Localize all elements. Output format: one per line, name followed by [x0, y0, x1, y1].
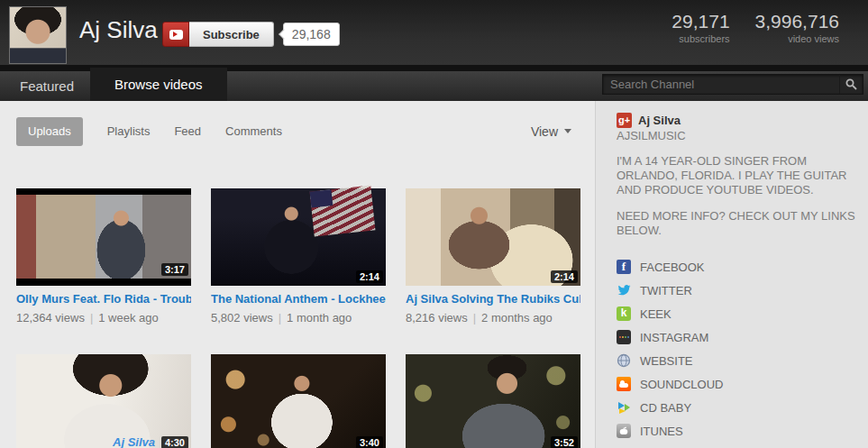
about-paragraph: I'M A 14 YEAR-OLD SINGER FROM ORLANDO, F… [617, 154, 858, 197]
keek-icon: k [617, 306, 631, 321]
tab-featured[interactable]: Featured [0, 71, 94, 101]
search-icon [845, 78, 857, 90]
tab-browse-videos[interactable]: Browse videos [90, 68, 227, 101]
flag-graphic [310, 186, 376, 237]
chevron-down-icon [564, 129, 571, 137]
link-label: INSTAGRAM [640, 331, 708, 344]
link-label: FACEBOOK [640, 261, 705, 274]
link-instagram[interactable]: INSTAGRAM [617, 325, 868, 349]
subscribe-widget: Subscribe 29,168 [162, 22, 340, 47]
meta-divider: | [90, 311, 93, 325]
link-label: CD BABY [640, 401, 691, 415]
link-label: KEEK [640, 307, 672, 321]
video-card: Aj Silva 4:30 [16, 354, 191, 448]
video-title[interactable]: Olly Murs Feat. Flo Rida - Trouble... [16, 292, 191, 306]
link-label: TWITTER [640, 284, 692, 297]
owner-name: Aj Silva [638, 114, 681, 127]
stat-subscribers: 29,171 subscribers [672, 11, 729, 44]
thumbnail-watermark: Aj Silva [113, 435, 155, 448]
itunes-apple-icon [617, 424, 631, 438]
stat-video-views-label: video views [755, 33, 839, 44]
view-dropdown-label: View [531, 124, 558, 139]
video-age: 2 months ago [481, 311, 553, 325]
channel-page: Aj Silva Subscribe 29,168 29,171 subscri… [0, 0, 868, 448]
video-card: 3:40 [211, 354, 386, 448]
video-views: 8,216 views [406, 311, 468, 325]
owner-handle: AJSILMUSIC [617, 129, 868, 142]
video-age: 1 month ago [287, 311, 352, 325]
stat-subscribers-label: subscribers [672, 33, 729, 44]
video-views: 12,364 views [16, 311, 85, 325]
social-links: f FACEBOOK TWITTER k KEEK INSTAGRAM [617, 255, 868, 443]
duration-badge: 2:14 [356, 270, 383, 283]
duration-badge: 3:52 [551, 436, 578, 448]
channel-description: I'M A 14 YEAR-OLD SINGER FROM ORLANDO, F… [617, 154, 868, 238]
video-card: 2:14 Aj Silva Solving The Rubiks Cube 8,… [406, 188, 580, 325]
video-thumbnail[interactable]: 3:17 [16, 188, 191, 286]
stat-video-views-value: 3,996,716 [755, 11, 839, 32]
about-paragraph: NEED MORE INFO? CHECK OUT MY LINKS BELOW… [617, 209, 858, 238]
soundcloud-icon [617, 377, 631, 391]
channel-title: Aj Silva [79, 16, 158, 44]
video-subnav: Uploads Playlists Feed Comments View [16, 116, 577, 146]
video-thumbnail[interactable]: 3:52 [406, 354, 580, 448]
youtube-play-icon [162, 22, 189, 47]
link-itunes[interactable]: ITUNES [617, 419, 868, 443]
duration-badge: 3:17 [161, 263, 188, 276]
subnav-comments[interactable]: Comments [225, 124, 282, 138]
duration-badge: 2:14 [551, 270, 578, 283]
link-label: WEBSITE [640, 354, 693, 368]
video-card: 2:14 The National Anthem - Lockheed ... … [211, 188, 386, 325]
link-twitter[interactable]: TWITTER [617, 279, 868, 302]
link-label: SOUNDCLOUD [640, 378, 723, 391]
link-cdbaby[interactable]: CD BABY [617, 396, 868, 419]
video-meta: 5,802 views|1 month ago [211, 311, 386, 325]
instagram-icon [617, 330, 631, 344]
meta-divider: | [473, 311, 476, 325]
video-title[interactable]: Aj Silva Solving The Rubiks Cube [406, 292, 580, 306]
video-card: 3:52 [406, 354, 580, 448]
channel-tab-strip: Featured Browse videos [0, 65, 868, 101]
subnav-feed[interactable]: Feed [174, 124, 201, 138]
view-dropdown[interactable]: View [531, 124, 571, 139]
stat-video-views: 3,996,716 video views [755, 11, 839, 44]
video-thumbnail[interactable]: 2:14 [211, 188, 386, 286]
channel-stats: 29,171 subscribers 3,996,716 video views [672, 11, 839, 44]
channel-avatar[interactable] [9, 6, 67, 64]
channel-header: Aj Silva Subscribe 29,168 29,171 subscri… [0, 0, 868, 65]
duration-badge: 4:30 [161, 436, 188, 448]
meta-divider: | [279, 311, 281, 325]
subscriber-count-bubble: 29,168 [283, 23, 340, 46]
googleplus-icon[interactable]: g+ [617, 113, 632, 128]
video-title[interactable]: The National Anthem - Lockheed ... [211, 292, 386, 306]
video-age: 1 week ago [98, 311, 159, 325]
globe-icon [617, 353, 631, 368]
channel-search [602, 74, 863, 95]
link-keek[interactable]: k KEEK [617, 302, 868, 325]
subnav-uploads[interactable]: Uploads [16, 117, 83, 146]
duration-badge: 3:40 [356, 436, 383, 448]
link-soundcloud[interactable]: SOUNDCLOUD [617, 372, 868, 396]
link-facebook[interactable]: f FACEBOOK [617, 255, 868, 279]
facebook-icon: f [617, 260, 631, 274]
video-card: 3:17 Olly Murs Feat. Flo Rida - Trouble.… [16, 188, 191, 325]
twitter-icon [617, 283, 631, 297]
video-thumbnail[interactable]: 3:40 [211, 354, 386, 448]
channel-sidebar: g+ Aj Silva AJSILMUSIC I'M A 14 YEAR-OLD… [595, 101, 868, 448]
video-thumbnail[interactable]: Aj Silva 4:30 [16, 354, 191, 448]
browse-videos-panel: Uploads Playlists Feed Comments View 3:1… [0, 101, 595, 448]
link-label: ITUNES [640, 425, 683, 438]
cdbaby-icon [617, 400, 631, 415]
link-website[interactable]: WEBSITE [617, 349, 868, 372]
subnav-playlists[interactable]: Playlists [107, 124, 151, 138]
subscribe-button[interactable]: Subscribe [189, 22, 274, 47]
video-meta: 8,216 views|2 months ago [406, 311, 580, 325]
video-thumbnail[interactable]: 2:14 [406, 188, 580, 286]
owner-row: g+ Aj Silva [617, 113, 868, 128]
stat-subscribers-value: 29,171 [672, 11, 729, 32]
search-input[interactable] [602, 74, 863, 95]
video-views: 5,802 views [211, 311, 273, 325]
search-button[interactable] [839, 75, 863, 94]
video-meta: 12,364 views|1 week ago [16, 311, 191, 325]
